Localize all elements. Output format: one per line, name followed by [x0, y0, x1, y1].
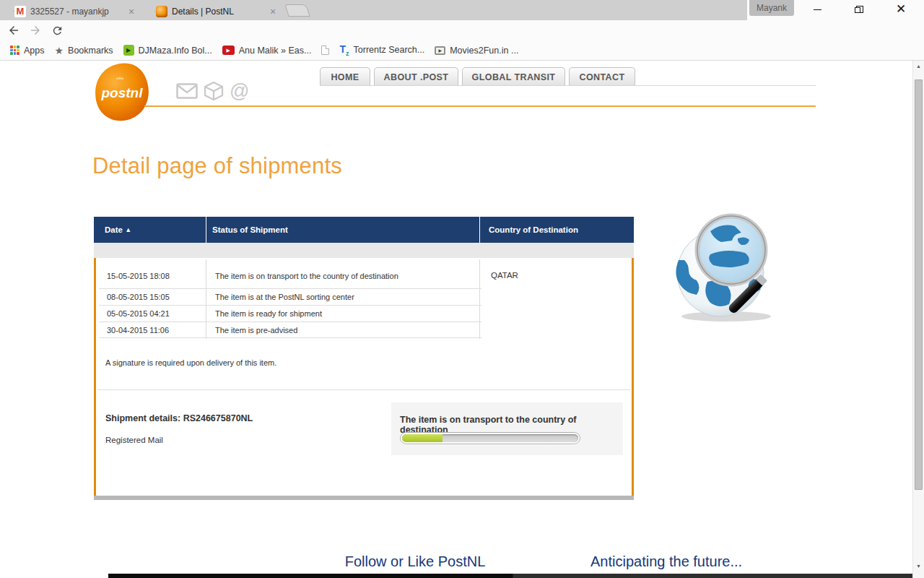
table-subheader-band	[94, 243, 634, 258]
play-icon: ▶	[435, 46, 445, 55]
table-header: Date ▲ Status of Shipment Country of Des…	[94, 217, 634, 243]
table-row[interactable]: 15-05-2015 18:08 The item is on transpor…	[99, 263, 481, 289]
progress-fill	[402, 434, 443, 442]
close-icon[interactable]: ×	[267, 6, 279, 17]
browser-toolbar: www.postnl.post/details/ ☆ S	[0, 20, 924, 40]
column-country[interactable]: Country of Destination	[489, 217, 578, 243]
postnl-logo[interactable]: postnl	[92, 61, 152, 126]
postnl-favicon-icon	[156, 6, 167, 17]
bookmark-anu-malik[interactable]: ▶ Anu Malik » Eas...	[222, 46, 312, 56]
restore-button[interactable]	[844, 0, 873, 19]
nav-tab-home[interactable]: HOME	[320, 67, 370, 86]
djmaza-icon: ▶	[123, 45, 134, 56]
at-icon: @	[230, 82, 249, 101]
forward-icon	[29, 24, 42, 37]
column-status[interactable]: Status of Shipment	[212, 217, 288, 243]
star-icon: ★	[55, 45, 64, 56]
country-value: QATAR	[486, 271, 518, 280]
reload-button[interactable]	[49, 22, 65, 38]
apps-shortcut[interactable]: Apps	[10, 46, 45, 56]
bookmark-movies2fun[interactable]: ▶ Movies2Fun.in ...	[435, 46, 518, 56]
scrollbar-thumb[interactable]	[915, 79, 923, 490]
footer-follow-title: Follow or Like PostNL	[325, 553, 505, 570]
table-row[interactable]: 30-04-2015 11:06 The item is pre-advised	[99, 322, 481, 338]
mail-type-label: Registered Mail	[105, 436, 163, 444]
status-box: The item is on transport to the country …	[391, 402, 623, 455]
bookmarks-bar: Apps ★ Bookmarks ▶ DJMaza.Info Bol... ▶ …	[0, 40, 924, 61]
new-tab-button[interactable]	[284, 4, 310, 17]
service-icons: @	[176, 81, 249, 101]
forward-button[interactable]	[27, 22, 43, 38]
tab-title: Details | PostNL	[172, 7, 263, 17]
svg-text:postnl: postnl	[101, 85, 144, 100]
tab-title: 3325527 - mayankjp	[30, 7, 121, 17]
footer-anticipating-title: Anticipating the future...	[590, 553, 742, 570]
back-icon	[7, 24, 20, 37]
orange-divider	[144, 105, 816, 107]
close-icon[interactable]: ×	[126, 6, 137, 17]
restore-icon	[855, 6, 862, 13]
page-title: Detail page of shipments	[92, 153, 342, 179]
profile-badge[interactable]: Mayank	[749, 0, 794, 16]
column-date[interactable]: Date ▲	[105, 217, 131, 243]
bookmark-djmaza[interactable]: ▶ DJMaza.Info Bol...	[123, 45, 212, 56]
page-icon	[321, 46, 329, 55]
nav-tab-about[interactable]: ABOUT .POST	[374, 67, 458, 86]
table-row[interactable]: 08-05-2015 15:05 The item is at the Post…	[99, 289, 481, 306]
apps-grid-icon	[10, 46, 19, 55]
footer-strip	[108, 574, 912, 578]
close-window-button[interactable]: ✕	[886, 0, 915, 19]
back-button[interactable]	[6, 22, 22, 38]
page-scrollbar[interactable]: ▲ ▼	[912, 61, 924, 578]
close-icon: ✕	[896, 4, 906, 14]
sort-asc-icon: ▲	[125, 226, 131, 233]
table-shadow	[94, 496, 634, 500]
gmail-icon: M	[14, 6, 26, 17]
progress-bar	[400, 432, 580, 444]
tab-strip: M 3325527 - mayankjp × Details | PostNL …	[0, 0, 924, 20]
shipment-details-label: Shipment details: RS246675870NL	[105, 413, 253, 423]
scroll-down-button[interactable]: ▼	[913, 561, 924, 572]
parcel-icon	[204, 81, 224, 101]
nav-baseline	[320, 85, 816, 86]
nav-tab-global-transit[interactable]: GLOBAL TRANSIT	[462, 67, 565, 86]
signature-note: A signature is required upon delivery of…	[105, 358, 276, 367]
mail-icon	[176, 82, 198, 100]
bookmark-torrentz[interactable]: Tz Torrentz Search...	[339, 43, 424, 57]
minimize-button[interactable]	[803, 0, 832, 19]
bookmark-blank-page[interactable]	[321, 46, 329, 55]
reload-icon	[51, 25, 64, 37]
tab-postnl[interactable]: Details | PostNL ×	[147, 2, 284, 20]
youtube-icon: ▶	[222, 46, 235, 55]
table-row[interactable]: 05-05-2015 04:21 The item is ready for s…	[99, 306, 481, 322]
scroll-up-button[interactable]: ▲	[913, 61, 924, 72]
screen: M 3325527 - mayankjp × Details | PostNL …	[0, 0, 924, 578]
tab-gmail[interactable]: M 3325527 - mayankjp ×	[6, 2, 143, 20]
minimize-icon	[814, 9, 821, 10]
bookmarks-shortcut[interactable]: ★ Bookmarks	[55, 45, 113, 56]
shipment-table: 15-05-2015 18:08 The item is on transpor…	[94, 258, 634, 496]
torrentz-icon: Tz	[339, 43, 349, 57]
globe-magnifier-image	[663, 208, 791, 327]
postnl-logo-icon: postnl	[92, 61, 152, 124]
nav-tab-contact[interactable]: CONTACT	[569, 67, 635, 86]
